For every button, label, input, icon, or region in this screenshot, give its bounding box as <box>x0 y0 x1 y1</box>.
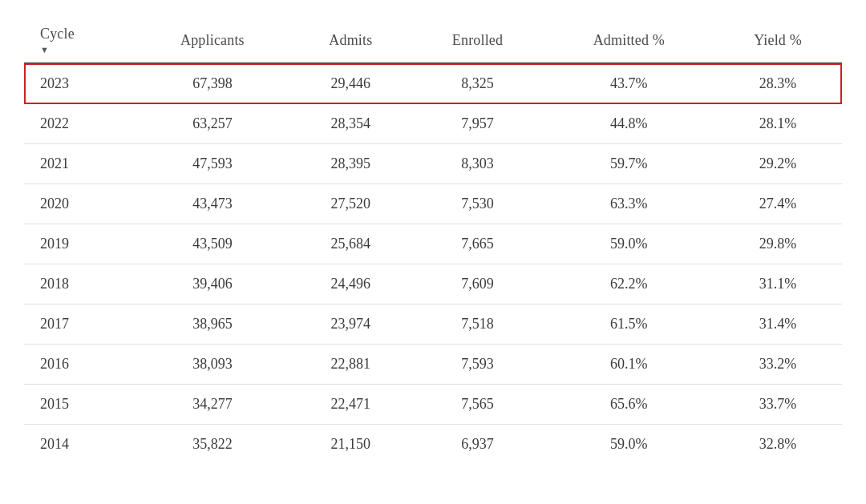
cell-applicants: 67,398 <box>134 63 290 104</box>
table-row: 201638,09322,8817,59360.1%33.2% <box>24 345 842 385</box>
cell-enrolled: 8,325 <box>411 63 544 104</box>
table-row: 202367,39829,4468,32543.7%28.3% <box>24 63 842 104</box>
cell-admitted_pct: 62.2% <box>544 264 714 304</box>
cell-cycle: 2015 <box>24 385 134 425</box>
cell-admits: 21,150 <box>290 425 411 465</box>
cell-applicants: 43,473 <box>134 184 290 224</box>
cell-enrolled: 8,303 <box>411 144 544 184</box>
admits-label: Admits <box>329 32 372 48</box>
cell-enrolled: 7,530 <box>411 184 544 224</box>
cell-enrolled: 6,937 <box>411 425 544 465</box>
table-header: Cycle ▼ Applicants Admits Enrolled Admit… <box>24 16 842 63</box>
cell-applicants: 43,509 <box>134 224 290 264</box>
cell-admitted_pct: 61.5% <box>544 304 714 345</box>
cell-admits: 23,974 <box>290 304 411 345</box>
cell-yield_pct: 31.4% <box>714 304 842 345</box>
cell-cycle: 2019 <box>24 224 134 264</box>
column-header-yield-pct[interactable]: Yield % <box>714 16 842 63</box>
table-row: 201738,96523,9747,51861.5%31.4% <box>24 304 842 345</box>
cell-yield_pct: 32.8% <box>714 425 842 465</box>
cell-enrolled: 7,565 <box>411 385 544 425</box>
cell-admitted_pct: 63.3% <box>544 184 714 224</box>
cell-admitted_pct: 44.8% <box>544 104 714 144</box>
cell-cycle: 2014 <box>24 425 134 465</box>
cell-applicants: 38,093 <box>134 345 290 385</box>
cell-admits: 28,354 <box>290 104 411 144</box>
cell-yield_pct: 33.2% <box>714 345 842 385</box>
yield-pct-label: Yield % <box>754 32 802 48</box>
table-row: 202147,59328,3958,30359.7%29.2% <box>24 144 842 184</box>
cell-enrolled: 7,518 <box>411 304 544 345</box>
cell-yield_pct: 29.8% <box>714 224 842 264</box>
header-row: Cycle ▼ Applicants Admits Enrolled Admit… <box>24 16 842 63</box>
cell-admits: 29,446 <box>290 63 411 104</box>
table-row: 201435,82221,1506,93759.0%32.8% <box>24 425 842 465</box>
cell-admits: 28,395 <box>290 144 411 184</box>
cell-applicants: 63,257 <box>134 104 290 144</box>
cell-cycle: 2023 <box>24 63 134 104</box>
cell-yield_pct: 27.4% <box>714 184 842 224</box>
cell-cycle: 2022 <box>24 104 134 144</box>
column-header-admits[interactable]: Admits <box>290 16 411 63</box>
cell-yield_pct: 33.7% <box>714 385 842 425</box>
column-header-cycle[interactable]: Cycle ▼ <box>24 16 134 63</box>
cell-applicants: 35,822 <box>134 425 290 465</box>
cell-enrolled: 7,665 <box>411 224 544 264</box>
column-header-enrolled[interactable]: Enrolled <box>411 16 544 63</box>
cell-admitted_pct: 65.6% <box>544 385 714 425</box>
table-body: 202367,39829,4468,32543.7%28.3%202263,25… <box>24 63 842 464</box>
cell-applicants: 47,593 <box>134 144 290 184</box>
cell-admits: 27,520 <box>290 184 411 224</box>
cell-yield_pct: 31.1% <box>714 264 842 304</box>
enrolled-label: Enrolled <box>452 32 503 48</box>
cell-admits: 22,471 <box>290 385 411 425</box>
applicants-label: Applicants <box>180 32 245 48</box>
cell-yield_pct: 28.3% <box>714 63 842 104</box>
column-header-admitted-pct[interactable]: Admitted % <box>544 16 714 63</box>
cell-applicants: 38,965 <box>134 304 290 345</box>
cell-admitted_pct: 60.1% <box>544 345 714 385</box>
table-row: 202263,25728,3547,95744.8%28.1% <box>24 104 842 144</box>
admitted-pct-label: Admitted % <box>593 32 665 48</box>
cell-admitted_pct: 59.0% <box>544 425 714 465</box>
column-header-applicants[interactable]: Applicants <box>134 16 290 63</box>
table-row: 201943,50925,6847,66559.0%29.8% <box>24 224 842 264</box>
admissions-table: Cycle ▼ Applicants Admits Enrolled Admit… <box>24 16 842 464</box>
sort-arrow-icon: ▼ <box>40 46 49 54</box>
cell-admits: 24,496 <box>290 264 411 304</box>
cell-enrolled: 7,957 <box>411 104 544 144</box>
cell-admitted_pct: 59.7% <box>544 144 714 184</box>
admissions-table-container: Cycle ▼ Applicants Admits Enrolled Admit… <box>24 16 842 464</box>
cell-yield_pct: 29.2% <box>714 144 842 184</box>
cell-cycle: 2016 <box>24 345 134 385</box>
table-row: 201839,40624,4967,60962.2%31.1% <box>24 264 842 304</box>
cell-cycle: 2020 <box>24 184 134 224</box>
cell-cycle: 2018 <box>24 264 134 304</box>
cell-admits: 25,684 <box>290 224 411 264</box>
cell-applicants: 34,277 <box>134 385 290 425</box>
cell-admits: 22,881 <box>290 345 411 385</box>
cycle-label: Cycle <box>40 26 75 42</box>
cell-applicants: 39,406 <box>134 264 290 304</box>
table-row: 202043,47327,5207,53063.3%27.4% <box>24 184 842 224</box>
cell-enrolled: 7,609 <box>411 264 544 304</box>
cell-cycle: 2017 <box>24 304 134 345</box>
cell-admitted_pct: 43.7% <box>544 63 714 104</box>
cell-cycle: 2021 <box>24 144 134 184</box>
cell-enrolled: 7,593 <box>411 345 544 385</box>
table-row: 201534,27722,4717,56565.6%33.7% <box>24 385 842 425</box>
cell-yield_pct: 28.1% <box>714 104 842 144</box>
cell-admitted_pct: 59.0% <box>544 224 714 264</box>
